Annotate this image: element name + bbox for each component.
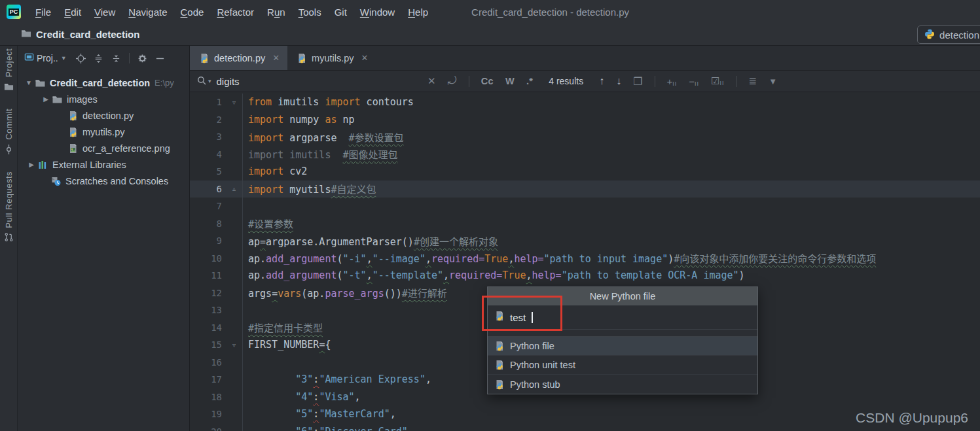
code-line-10[interactable]: 10ap.add_argument("-i","--image",require…: [190, 250, 980, 267]
tree-item-label: images: [67, 94, 98, 105]
menu-run[interactable]: Run: [261, 4, 292, 20]
tree-item-path: E:\py: [154, 78, 174, 88]
stripe-button-pull-requests[interactable]: Pull Requests: [4, 171, 14, 243]
chevron-down-icon[interactable]: ▼: [23, 79, 35, 86]
newline-icon[interactable]: ⤾: [448, 75, 457, 88]
code-line-6[interactable]: 6▵import myutils#自定义包: [190, 181, 980, 198]
chevron-right-icon[interactable]: ▶: [26, 161, 37, 168]
locate-icon[interactable]: [76, 54, 86, 63]
menu-help[interactable]: Help: [401, 4, 435, 20]
tree-item-credit-card-detection[interactable]: ▼Credit_card_detectionE:\py: [18, 75, 189, 91]
select-all-occurrences-icon[interactable]: ☑II: [711, 75, 724, 87]
fold-gutter: [226, 163, 243, 181]
tab-close-icon[interactable]: ✕: [272, 53, 280, 63]
file-kind-python-stub[interactable]: Python stub: [488, 375, 757, 394]
tab-close-icon[interactable]: ✕: [361, 53, 369, 63]
find-bar: ▾ digits ✕ ⤾ Cc W .* 4 results ↑ ↓ ❐ +II…: [190, 71, 980, 92]
pycharm-window: PC FileEditViewNavigateCodeRefactorRunTo…: [0, 0, 980, 431]
code-line-2[interactable]: 2import numpy as np: [190, 111, 980, 129]
code-text: import numpy as np: [243, 114, 355, 126]
code-line-5[interactable]: 5import cv2: [190, 163, 980, 181]
code-text: #设置参数: [243, 216, 293, 230]
menu-file[interactable]: File: [29, 4, 58, 20]
file-kind-python-unit-test[interactable]: Python unit test: [488, 356, 757, 375]
fold-marker-icon[interactable]: ▿: [226, 94, 243, 111]
code-text: "4":"Visa",: [243, 391, 361, 403]
regex-toggle[interactable]: .*: [526, 76, 533, 86]
line-number: 12: [190, 288, 226, 298]
hide-icon[interactable]: [155, 54, 165, 63]
expand-all-icon[interactable]: [94, 54, 103, 63]
breadcrumb-project[interactable]: Credit_card_detection: [36, 29, 139, 40]
menu-code[interactable]: Code: [174, 4, 211, 20]
tree-item-label: External Libraries: [52, 160, 126, 170]
search-options-chevron-icon[interactable]: ▾: [208, 78, 211, 84]
fold-marker-icon[interactable]: ▵: [226, 181, 243, 198]
stripe-button-commit[interactable]: Commit: [4, 109, 14, 154]
search-input[interactable]: digits: [217, 76, 240, 87]
fold-gutter: [226, 232, 243, 250]
new-file-name-value: test: [510, 312, 526, 323]
code-line-11[interactable]: 11ap.add_argument("-t","--template",requ…: [190, 267, 980, 284]
tree-item-ocr-a-reference-png[interactable]: ocr_a_reference.png: [18, 140, 189, 156]
tree-item-myutils-py[interactable]: myutils.py: [18, 124, 189, 140]
new-file-name-input[interactable]: test: [488, 305, 757, 330]
dialog-title: New Python file: [488, 287, 757, 305]
clear-search-icon[interactable]: ✕: [427, 75, 436, 87]
code-text: import cv2: [243, 165, 307, 177]
scratches-icon: [50, 176, 62, 186]
menu-window[interactable]: Window: [354, 4, 401, 20]
collapse-all-icon[interactable]: [111, 54, 121, 63]
breadcrumb[interactable]: Credit_card_detection: [21, 28, 139, 41]
whole-words-toggle[interactable]: W: [505, 76, 515, 86]
python-file-icon: [297, 53, 307, 63]
fold-marker-icon[interactable]: ▿: [226, 336, 243, 354]
remove-occurrence-icon[interactable]: −II: [689, 76, 699, 87]
menu-tools[interactable]: Tools: [292, 4, 328, 20]
run-configuration-select[interactable]: detection: [917, 26, 980, 44]
search-icon[interactable]: [196, 75, 207, 88]
project-panel-title-select[interactable]: Proj.. ▼: [24, 52, 67, 64]
code-line-7[interactable]: 7: [190, 198, 980, 215]
gear-icon[interactable]: [137, 54, 147, 63]
filter-lines-icon[interactable]: ≣: [749, 75, 757, 87]
editor-tab-myutils-py[interactable]: myutils.py✕: [287, 46, 376, 70]
code-line-8[interactable]: 8#设置参数: [190, 215, 980, 233]
file-kind-label: Python file: [510, 341, 554, 351]
menu-navigate[interactable]: Navigate: [122, 4, 173, 20]
line-number: 14: [190, 322, 226, 333]
tree-item-external-libraries[interactable]: ▶External Libraries: [18, 156, 189, 173]
code-line-4[interactable]: 4import imutils #图像处理包: [190, 146, 980, 164]
match-case-toggle[interactable]: Cc: [481, 76, 494, 86]
tree-item-scratches-and-consoles[interactable]: Scratches and Consoles: [18, 173, 189, 189]
code-line-9[interactable]: 9ap=argparse.ArgumentParser()#创建一个解析对象: [190, 232, 980, 250]
python-file-icon: [67, 111, 79, 121]
code-line-1[interactable]: 1▿from imutils import contours: [190, 94, 980, 111]
next-match-icon[interactable]: ↓: [616, 75, 621, 87]
prev-match-icon[interactable]: ↑: [599, 75, 604, 87]
commit-icon: [4, 145, 14, 154]
filter-icon[interactable]: ▼: [769, 77, 777, 86]
editor-tab-detection-py[interactable]: detection.py✕: [190, 46, 287, 70]
open-in-find-window-icon[interactable]: ❐: [633, 75, 642, 88]
file-kind-label: Python stub: [510, 379, 560, 390]
menu-bar: PC FileEditViewNavigateCodeRefactorRunTo…: [0, 0, 980, 24]
file-kind-python-file[interactable]: Python file: [488, 337, 757, 356]
add-occurrence-icon[interactable]: +II: [667, 76, 678, 87]
chevron-right-icon[interactable]: ▶: [40, 95, 52, 103]
code-line-3[interactable]: 3import argparse #参数设置包: [190, 128, 980, 146]
menu-git[interactable]: Git: [328, 4, 354, 20]
run-configuration-label: detection: [939, 29, 979, 41]
tree-item-images[interactable]: ▶images: [18, 91, 189, 107]
project-tree: ▼Credit_card_detectionE:\py▶imagesdetect…: [18, 71, 189, 189]
stripe-button-project[interactable]: Project: [4, 48, 14, 92]
python-file-icon: [67, 127, 79, 137]
pull-request-icon: [4, 232, 14, 242]
menu-edit[interactable]: Edit: [58, 4, 88, 20]
menu-view[interactable]: View: [88, 4, 122, 20]
line-number: 19: [190, 409, 226, 419]
menu-refactor[interactable]: Refactor: [210, 4, 261, 20]
stripe-label: Pull Requests: [4, 171, 14, 228]
code-text: ap.add_argument("-t","--template",requir…: [243, 269, 745, 281]
tree-item-detection-py[interactable]: detection.py: [18, 107, 189, 124]
